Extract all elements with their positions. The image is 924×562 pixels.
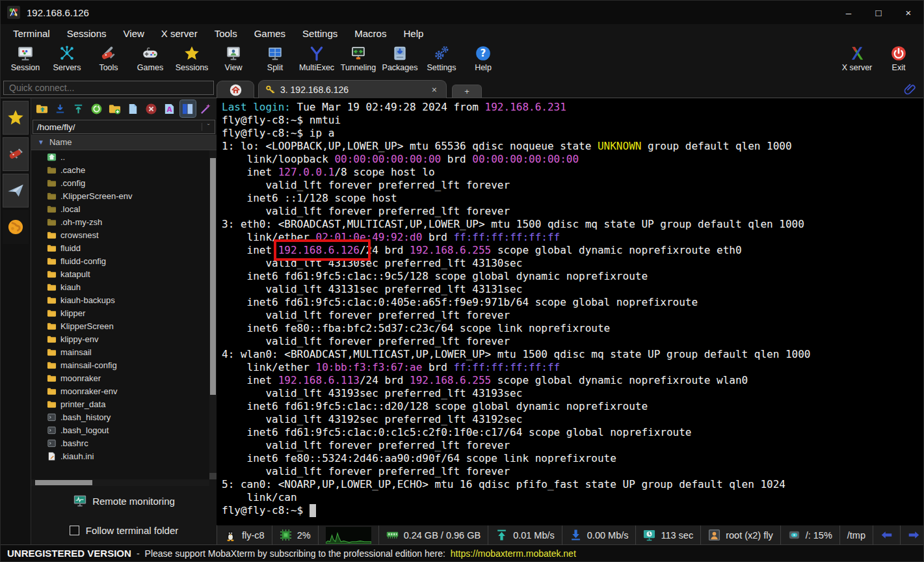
toolbar-button[interactable]: MultiExec: [296, 44, 337, 72]
remote-monitoring-icon: [73, 494, 87, 508]
remote-monitoring-button[interactable]: Remote monitoring: [31, 486, 217, 516]
file-row[interactable]: kiauh: [31, 280, 217, 293]
file-toolbar-button[interactable]: [144, 100, 159, 117]
file-row[interactable]: fluidd-config: [31, 254, 217, 267]
file-row[interactable]: .local: [31, 202, 217, 215]
menu-item[interactable]: Sessions: [60, 26, 114, 41]
file-row[interactable]: moonraker: [31, 371, 217, 384]
file-row[interactable]: klipper: [31, 306, 217, 319]
menu-item[interactable]: Help: [396, 26, 430, 41]
file-row[interactable]: .bash_logout: [31, 423, 217, 436]
file-list-header[interactable]: ▼ Name: [31, 135, 217, 150]
file-row[interactable]: printer_data: [31, 397, 217, 410]
terminal-line: 4: wlan0: <BROADCAST,MULTICAST,UP,LOWER_…: [222, 348, 923, 361]
menu-item[interactable]: Games: [247, 26, 293, 41]
file-toolbar-button[interactable]: [125, 100, 140, 117]
file-toolbar-button[interactable]: [107, 100, 122, 117]
chevron-down-icon[interactable]: ˇ: [202, 123, 215, 131]
minimize-button[interactable]: –: [834, 1, 864, 24]
menu-item[interactable]: Tools: [207, 26, 244, 41]
toolbar-button[interactable]: X server: [836, 44, 878, 72]
packages-icon: [391, 45, 408, 62]
terminal-line: 3: eth0: <BROADCAST,MULTICAST,UP,LOWER_U…: [222, 218, 923, 231]
file-row[interactable]: .oh-my-zsh: [31, 215, 217, 228]
terminal-output[interactable]: Last login: Tue Mar 19 02:49:28 2024 fro…: [217, 98, 923, 525]
network-graph-icon: [326, 527, 371, 544]
file-row[interactable]: ..: [31, 150, 217, 163]
toolbar-button[interactable]: Sessions: [171, 44, 213, 72]
toolbar-button-label: Split: [267, 63, 283, 72]
status-bar: fly-c8 2% 0.24 GB / 0.96 GB: [217, 525, 923, 544]
file-toolbar-button[interactable]: [198, 100, 214, 117]
path-dropdown[interactable]: /home/fly/ ˇ: [33, 120, 215, 134]
tab-close-icon[interactable]: ×: [429, 85, 440, 95]
updir-file-icon: [47, 152, 57, 162]
menu-item[interactable]: Settings: [295, 26, 345, 41]
file-list-vertical-scrollbar[interactable]: [209, 150, 217, 479]
file-row[interactable]: moonraker-env: [31, 384, 217, 397]
status-cell[interactable]: [873, 526, 901, 544]
new-tab-button[interactable]: +: [452, 85, 482, 98]
file-row[interactable]: .bash_history: [31, 410, 217, 423]
file-row[interactable]: klippy-env: [31, 332, 217, 345]
file-list-horizontal-scrollbar[interactable]: [31, 479, 209, 486]
status-cell: 0.01 Mb/s: [488, 526, 562, 544]
mobatek-link[interactable]: https://mobaxterm.mobatek.net: [451, 548, 576, 559]
file-row[interactable]: .cache: [31, 163, 217, 176]
file-row[interactable]: KlipperScreen: [31, 319, 217, 332]
file-row[interactable]: mainsail: [31, 345, 217, 358]
sidebar-tab[interactable]: [3, 210, 29, 244]
file-row[interactable]: katapult: [31, 267, 217, 280]
file-name: fluidd-config: [60, 256, 106, 266]
menu-item[interactable]: X server: [154, 26, 205, 41]
file-row[interactable]: .config: [31, 176, 217, 189]
file-toolbar: A: [31, 98, 217, 119]
file-row[interactable]: .bashrc: [31, 436, 217, 449]
file-toolbar-button[interactable]: A: [162, 100, 178, 117]
menu-item[interactable]: Macros: [347, 26, 393, 41]
toolbar-button[interactable]: View: [213, 44, 254, 72]
menu-item[interactable]: Terminal: [6, 26, 57, 41]
file-row[interactable]: mainsail-config: [31, 358, 217, 371]
exit-power-icon: [890, 45, 907, 62]
sidebar-tab[interactable]: [3, 101, 29, 135]
sidebar-tab[interactable]: [3, 137, 29, 171]
toolbar-button[interactable]: Settings: [421, 44, 462, 72]
disk-usage-icon: [788, 529, 800, 541]
toolbar-button[interactable]: Tools: [88, 44, 129, 72]
toolbar-button[interactable]: Games: [129, 44, 171, 72]
session-tab-active[interactable]: 3. 192.168.6.126 ×: [258, 80, 447, 98]
shell-file-icon: [47, 438, 57, 448]
paperclip-icon[interactable]: [904, 82, 917, 95]
current-path: /home/fly/: [33, 122, 202, 132]
file-toolbar-button[interactable]: [180, 100, 196, 117]
file-name: mainsail-config: [60, 360, 117, 370]
toolbar-button[interactable]: Tunneling: [337, 44, 379, 72]
file-row[interactable]: kiauh-backups: [31, 293, 217, 306]
quick-connect-input[interactable]: [3, 81, 214, 95]
file-row[interactable]: .KlipperScreen-env: [31, 189, 217, 202]
toolbar-button[interactable]: Servers: [46, 44, 88, 72]
file-toolbar-button[interactable]: [88, 100, 104, 117]
follow-folder-checkbox[interactable]: [70, 526, 79, 535]
file-toolbar-button[interactable]: [34, 100, 49, 117]
folder-icon: [47, 269, 57, 279]
menu-item[interactable]: View: [116, 26, 152, 41]
close-button[interactable]: ×: [893, 1, 923, 24]
maximize-button[interactable]: □: [864, 1, 893, 24]
home-tab[interactable]: [217, 81, 254, 98]
toolbar-button[interactable]: Packages: [379, 44, 421, 72]
file-row[interactable]: .kiauh.ini: [31, 449, 217, 462]
split-grid-icon: [267, 45, 284, 62]
toolbar-button[interactable]: Session: [5, 44, 46, 72]
macros-paperplane-icon: [7, 181, 25, 200]
toolbar-button[interactable]: ? Help: [462, 44, 504, 72]
file-row[interactable]: fluidd: [31, 241, 217, 254]
toolbar-button[interactable]: Split: [254, 44, 296, 72]
toolbar-button[interactable]: Exit: [878, 44, 919, 72]
file-row[interactable]: crowsnest: [31, 228, 217, 241]
file-toolbar-button[interactable]: [70, 100, 86, 117]
sidebar-tab[interactable]: [3, 174, 29, 207]
file-toolbar-button[interactable]: [52, 100, 68, 117]
status-cell[interactable]: [901, 526, 924, 544]
